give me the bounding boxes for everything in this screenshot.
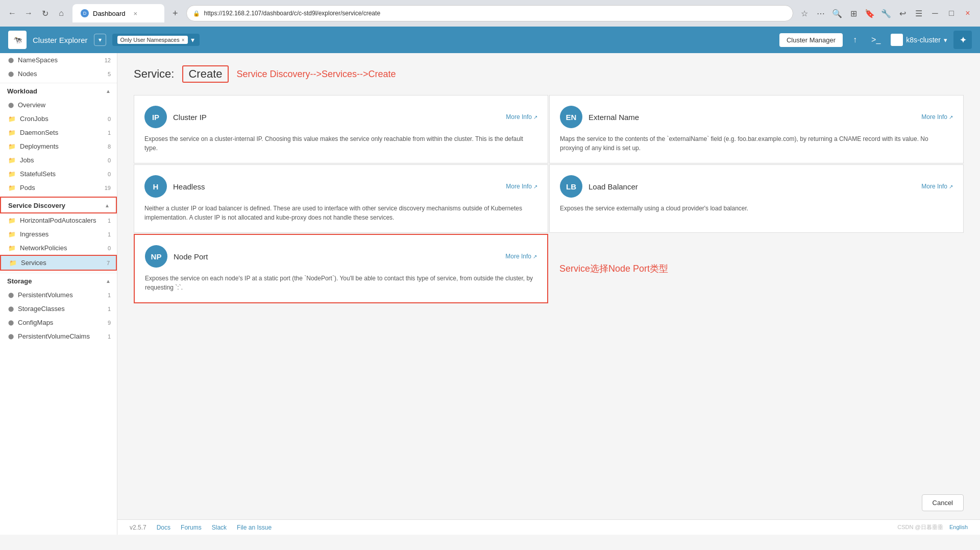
- language-link[interactable]: English: [949, 524, 968, 530]
- external-link-icon: ↗: [949, 114, 953, 120]
- namespace-tag-text: Only User Namespaces: [120, 37, 180, 43]
- cards-bottom-grid: NP Node Port More Info ↗ Exposes the ser…: [134, 234, 964, 303]
- folder-icon: 📁: [8, 171, 16, 178]
- sidebar-item-persistentvolumes[interactable]: ⬤ PersistentVolumes 1: [0, 288, 117, 302]
- headless-more-info[interactable]: More Info ↗: [506, 183, 537, 190]
- tab-close[interactable]: ×: [134, 10, 138, 17]
- sidebar-item-nodes[interactable]: ⬤ Nodes 5: [0, 67, 117, 81]
- breadcrumb: Service Discovery-->Services-->Create: [237, 69, 396, 80]
- sidebar-item-pods[interactable]: 📁 Pods 19: [0, 181, 117, 195]
- cluster-name-text: k8s-cluster: [906, 36, 941, 44]
- sidebar-item-pvc[interactable]: ⬤ PersistentVolumeClaims 1: [0, 329, 117, 343]
- sidebar-item-overview[interactable]: ⬤ Overview: [0, 98, 117, 112]
- url-text: https://192.168.2.107/dashboard/c/c-std9…: [204, 10, 381, 17]
- sidebar-section-workload[interactable]: Workload ▲: [0, 83, 117, 98]
- namespace-filter: Only User Namespaces × ▾: [112, 34, 200, 46]
- sidebar-item-storageclasses[interactable]: ⬤ StorageClasses 1: [0, 302, 117, 316]
- sidebar-item-hpa[interactable]: 📁 HorizontalPodAutoscalers 1: [0, 213, 117, 227]
- sidebar-item-cronjobs[interactable]: 📁 CronJobs 0: [0, 112, 117, 126]
- cancel-button-area: Cancel: [117, 486, 980, 519]
- card-external-name[interactable]: EN External Name More Info ↗ Maps the se…: [549, 95, 964, 163]
- file-issue-link[interactable]: File an Issue: [237, 524, 272, 531]
- annotation-cell: Service选择Node Port类型: [549, 234, 964, 303]
- forward-button[interactable]: →: [21, 6, 36, 20]
- cluster-manager-button[interactable]: Cluster Manager: [779, 33, 843, 47]
- sidebar-item-jobs[interactable]: 📁 Jobs 0: [0, 153, 117, 167]
- external-name-icon: EN: [560, 106, 582, 128]
- sidebar-item-deployments[interactable]: 📁 Deployments 8: [0, 139, 117, 153]
- footer-credit: CSDN @日暮垂垂 English: [897, 523, 968, 531]
- namespace-tag: Only User Namespaces ×: [117, 36, 188, 44]
- sidebar-item-networkpolicies[interactable]: 📁 NetworkPolicies 0: [0, 241, 117, 255]
- node-port-more-info[interactable]: More Info ↗: [505, 253, 537, 260]
- sidebar-item-configmaps[interactable]: ⬤ ConfigMaps 9: [0, 316, 117, 329]
- maximize-button[interactable]: □: [944, 6, 959, 20]
- minimize-button[interactable]: ─: [928, 6, 942, 20]
- folder-icon: 📁: [8, 157, 16, 164]
- cluster-ip-more-info[interactable]: More Info ↗: [506, 113, 537, 121]
- bookmark-button[interactable]: 🔖: [863, 6, 877, 20]
- sidebar-item-daemonsets[interactable]: 📁 DaemonSets 1: [0, 126, 117, 139]
- browser-chrome: ← → ↻ ⌂ D Dashboard × + 🔒 https://192.16…: [0, 0, 980, 27]
- external-name-more-info[interactable]: More Info ↗: [921, 113, 953, 121]
- cluster-logo: [891, 34, 903, 46]
- docs-link[interactable]: Docs: [157, 524, 170, 531]
- new-tab-button[interactable]: +: [168, 6, 182, 21]
- bookmarks-button[interactable]: ☆: [797, 6, 812, 20]
- extensions-button[interactable]: ⋯: [814, 6, 828, 20]
- card-node-port[interactable]: NP Node Port More Info ↗ Exposes the ser…: [134, 234, 548, 303]
- card-headless-header: H Headless More Info ↗: [144, 175, 537, 198]
- tab-label: Dashboard: [93, 10, 126, 17]
- sidebar-item-ingresses[interactable]: 📁 Ingresses 1: [0, 227, 117, 241]
- service-discovery-chevron: ▲: [105, 203, 110, 208]
- namespace-tag-close[interactable]: ×: [182, 37, 185, 43]
- external-name-title: External Name: [589, 113, 639, 122]
- sidebar-section-storage[interactable]: Storage ▲: [0, 273, 117, 288]
- search-button[interactable]: 🔍: [830, 6, 844, 20]
- page-title-prefix: Service:: [134, 67, 174, 81]
- load-balancer-more-info[interactable]: More Info ↗: [921, 183, 953, 190]
- cluster-name: k8s-cluster ▾: [891, 34, 947, 46]
- card-cluster-ip[interactable]: IP Cluster IP More Info ↗ Exposes the se…: [134, 95, 548, 163]
- sidebar-item-services[interactable]: 📁 Services 7: [0, 255, 117, 271]
- folder-icon: 📁: [9, 259, 17, 267]
- workload-chevron: ▲: [106, 88, 111, 94]
- headless-icon: H: [144, 175, 167, 198]
- card-load-balancer[interactable]: LB Load Balancer More Info ↗ Exposes the…: [549, 164, 964, 233]
- namespace-dropdown-btn[interactable]: ▾: [191, 36, 194, 44]
- card-headless[interactable]: H Headless More Info ↗ Neither a cluster…: [134, 164, 548, 233]
- folder-icon: 📁: [8, 184, 16, 192]
- grid-button[interactable]: ⊞: [846, 6, 861, 20]
- terminal-button[interactable]: >_: [867, 32, 885, 47]
- cancel-button[interactable]: Cancel: [922, 494, 964, 511]
- storage-chevron: ▲: [106, 278, 111, 284]
- sidebar-item-namespaces[interactable]: ⬤ NameSpaces 12: [0, 53, 117, 67]
- address-bar[interactable]: 🔒 https://192.168.2.107/dashboard/c/c-st…: [186, 5, 793, 21]
- back-button[interactable]: ←: [5, 6, 19, 20]
- main-content: Service: Create Service Discovery-->Serv…: [117, 53, 980, 486]
- tools-button[interactable]: 🔧: [879, 6, 893, 20]
- cluster-dropdown-btn[interactable]: ▾: [944, 36, 947, 44]
- undo-button[interactable]: ↩: [895, 6, 910, 20]
- close-window-button[interactable]: ×: [961, 6, 975, 20]
- card-title-group: H Headless: [144, 175, 205, 198]
- folder-icon: 📁: [8, 129, 16, 136]
- cluster-ip-description: Exposes the service on a cluster-interna…: [144, 134, 537, 153]
- menu-button[interactable]: ☰: [912, 6, 926, 20]
- headless-title: Headless: [173, 182, 205, 191]
- card-title-group: LB Load Balancer: [560, 175, 638, 198]
- sidebar-section-service-discovery[interactable]: Service Discovery ▲: [0, 197, 117, 213]
- refresh-button[interactable]: ↻: [38, 6, 52, 20]
- sidebar-item-statefulsets[interactable]: 📁 StatefulSets 0: [0, 167, 117, 181]
- upload-button[interactable]: ↑: [849, 32, 861, 47]
- external-link-icon: ↗: [533, 114, 537, 120]
- slack-link[interactable]: Slack: [212, 524, 227, 531]
- folder-icon: 📁: [8, 115, 16, 123]
- cluster-explorer-dropdown[interactable]: ▾: [94, 34, 106, 46]
- folder-icon: 📁: [8, 143, 16, 150]
- external-link-icon: ↗: [533, 184, 537, 189]
- forums-link[interactable]: Forums: [181, 524, 202, 531]
- home-button[interactable]: ⌂: [54, 6, 68, 20]
- browser-tab[interactable]: D Dashboard ×: [72, 4, 164, 22]
- annotation-text: Service选择Node Port类型: [559, 262, 668, 275]
